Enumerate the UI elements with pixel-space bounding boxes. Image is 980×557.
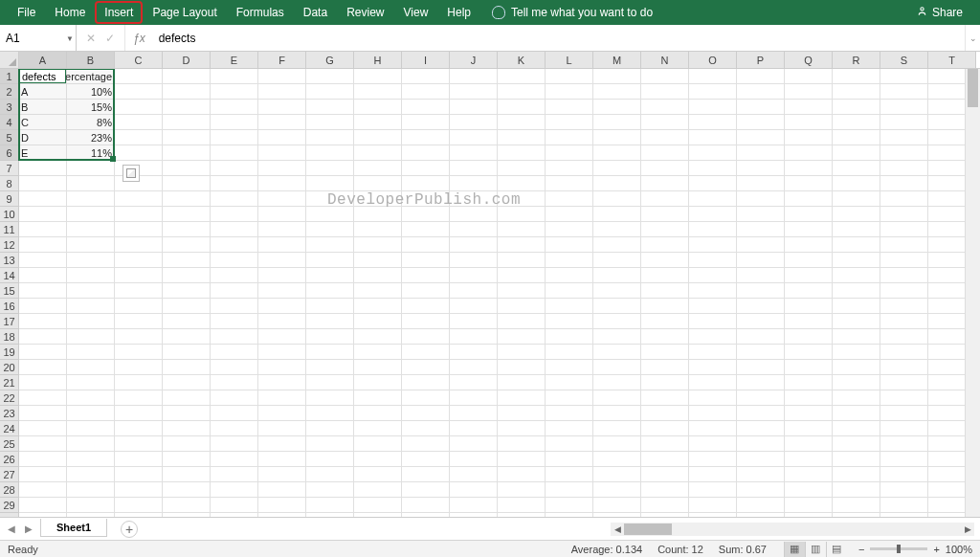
cell-C4[interactable] (115, 115, 163, 129)
cell-J20[interactable] (450, 360, 498, 374)
cell-Q19[interactable] (785, 345, 833, 359)
cell-S5[interactable] (880, 130, 928, 145)
cell-E14[interactable] (211, 268, 258, 282)
cell-C6[interactable] (115, 145, 163, 160)
cell-M28[interactable] (593, 482, 641, 497)
cell-Q22[interactable] (785, 390, 833, 405)
cell-Q11[interactable] (785, 222, 833, 236)
cell-C18[interactable] (115, 329, 163, 344)
cell-K18[interactable] (498, 329, 546, 344)
cell-H3[interactable] (354, 100, 402, 114)
name-box-dropdown-icon[interactable]: ▼ (66, 33, 74, 42)
cell-Q27[interactable] (785, 467, 833, 481)
cell-K14[interactable] (498, 268, 546, 282)
cell-M19[interactable] (593, 345, 641, 359)
cell-I7[interactable] (402, 161, 450, 175)
cell-D9[interactable] (163, 191, 211, 206)
view-page-layout-icon[interactable]: ▥ (805, 542, 826, 557)
cell-L6[interactable] (546, 145, 593, 160)
cell-S6[interactable] (880, 145, 928, 160)
cell-N11[interactable] (641, 222, 689, 236)
cell-E20[interactable] (211, 360, 258, 374)
cell-F25[interactable] (258, 436, 306, 451)
cell-A4[interactable]: C (19, 115, 67, 129)
cell-D11[interactable] (163, 222, 211, 236)
cell-O27[interactable] (689, 467, 737, 481)
cell-G27[interactable] (306, 467, 354, 481)
cell-S21[interactable] (880, 375, 928, 390)
cell-E9[interactable] (211, 191, 258, 206)
cell-B21[interactable] (67, 375, 115, 390)
cancel-icon[interactable]: ✕ (86, 32, 96, 45)
cell-K26[interactable] (498, 452, 546, 466)
cell-F23[interactable] (258, 406, 306, 420)
cell-F26[interactable] (258, 452, 306, 466)
cell-J7[interactable] (450, 161, 498, 175)
cell-L2[interactable] (546, 84, 593, 99)
cell-N18[interactable] (641, 329, 689, 344)
cell-A16[interactable] (19, 299, 67, 313)
cell-P29[interactable] (737, 498, 785, 512)
col-header-N[interactable]: N (641, 52, 689, 68)
cell-A6[interactable]: E (19, 145, 67, 160)
cell-B3[interactable]: 15% (67, 100, 115, 114)
cell-N8[interactable] (641, 176, 689, 190)
cell-A5[interactable]: D (19, 130, 67, 145)
cell-K9[interactable] (498, 191, 546, 206)
cell-R7[interactable] (833, 161, 880, 175)
name-box[interactable]: A1 ▼ (0, 25, 77, 51)
cell-H18[interactable] (354, 329, 402, 344)
ribbon-tab-page-layout[interactable]: Page Layout (143, 1, 226, 24)
cell-F13[interactable] (258, 253, 306, 267)
col-header-P[interactable]: P (737, 52, 785, 68)
cell-O13[interactable] (689, 253, 737, 267)
quick-analysis-icon[interactable] (122, 165, 140, 182)
cell-H21[interactable] (354, 375, 402, 390)
cell-O11[interactable] (689, 222, 737, 236)
cell-H20[interactable] (354, 360, 402, 374)
cell-A28[interactable] (19, 482, 67, 497)
cell-K19[interactable] (498, 345, 546, 359)
cell-H14[interactable] (354, 268, 402, 282)
cell-A27[interactable] (19, 467, 67, 481)
cell-N21[interactable] (641, 375, 689, 390)
col-header-B[interactable]: B (67, 52, 115, 68)
col-header-K[interactable]: K (498, 52, 546, 68)
cell-F4[interactable] (258, 115, 306, 129)
cell-P19[interactable] (737, 345, 785, 359)
cell-I4[interactable] (402, 115, 450, 129)
cell-A17[interactable] (19, 314, 67, 328)
cell-I18[interactable] (402, 329, 450, 344)
cell-D29[interactable] (163, 498, 211, 512)
cell-O2[interactable] (689, 84, 737, 99)
cell-O25[interactable] (689, 436, 737, 451)
cell-F22[interactable] (258, 390, 306, 405)
cell-R13[interactable] (833, 253, 880, 267)
cell-L23[interactable] (546, 406, 593, 420)
ribbon-tab-home[interactable]: Home (45, 1, 95, 24)
cell-D28[interactable] (163, 482, 211, 497)
cell-E22[interactable] (211, 390, 258, 405)
cell-E10[interactable] (211, 207, 258, 221)
ribbon-tab-file[interactable]: File (8, 1, 45, 24)
cell-N2[interactable] (641, 84, 689, 99)
cell-L4[interactable] (546, 115, 593, 129)
cell-F9[interactable] (258, 191, 306, 206)
cell-K3[interactable] (498, 100, 546, 114)
cell-E1[interactable] (211, 69, 258, 83)
vertical-scrollbar[interactable] (965, 69, 980, 517)
cell-J21[interactable] (450, 375, 498, 390)
cell-P1[interactable] (737, 69, 785, 83)
cell-D5[interactable] (163, 130, 211, 145)
formula-expand-icon[interactable]: ⌄ (965, 25, 980, 51)
cell-J2[interactable] (450, 84, 498, 99)
cell-J15[interactable] (450, 283, 498, 298)
cell-M8[interactable] (593, 176, 641, 190)
cell-L8[interactable] (546, 176, 593, 190)
cell-M21[interactable] (593, 375, 641, 390)
cell-B16[interactable] (67, 299, 115, 313)
cell-I27[interactable] (402, 467, 450, 481)
sheet-nav-arrows[interactable]: ◀ ▶ (0, 524, 40, 534)
cell-J14[interactable] (450, 268, 498, 282)
row-header-18[interactable]: 18 (0, 329, 18, 345)
